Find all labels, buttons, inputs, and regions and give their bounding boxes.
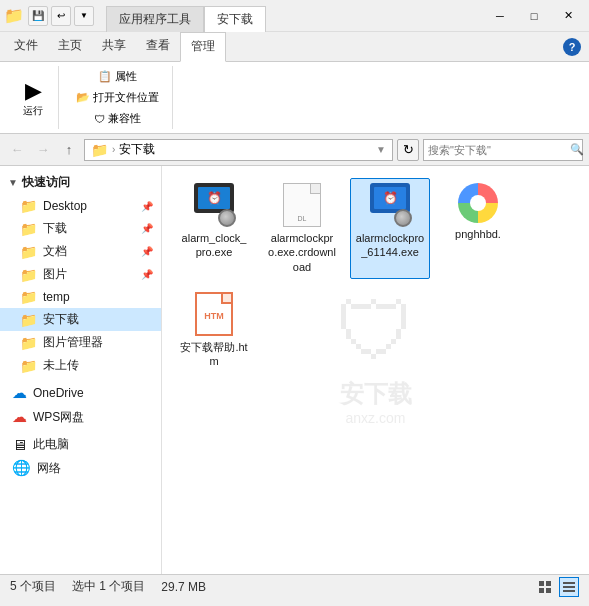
pc-label: 此电脑 [33, 436, 69, 453]
file-name-selected-exe: alarmclockpro_61144.exe [355, 231, 425, 260]
sidebar-item-docs[interactable]: 📁 文档 📌 [0, 240, 161, 263]
file-item-selected-exe[interactable]: ⏰ alarmclockpro_61144.exe [350, 178, 430, 279]
path-folder-icon: 📁 [91, 142, 108, 158]
tab-file[interactable]: 文件 [4, 32, 48, 61]
onedrive-icon: ☁ [12, 384, 27, 402]
status-bar: 5 个项目 选中 1 个项目 29.7 MB [0, 574, 589, 598]
onedrive-label: OneDrive [33, 386, 84, 400]
sidebar-label-pictures: 图片 [43, 266, 67, 283]
file-area[interactable]: 🛡 安下载 anxz.com ⏰ alarm_clock_pro.exe [162, 166, 589, 574]
folder-icon-pictures: 📁 [20, 267, 37, 283]
sidebar-item-wps[interactable]: ☁ WPS网盘 [0, 405, 161, 429]
refresh-button[interactable]: ↻ [397, 139, 419, 161]
ribbon-group-tools: 📋 属性 📂 打开文件位置 🛡 兼容性 [63, 66, 173, 129]
svg-rect-0 [539, 581, 544, 586]
search-box[interactable]: 🔍 [423, 139, 583, 161]
properties-button[interactable]: 📋 属性 [93, 66, 142, 87]
watermark-text: 安下载 [340, 378, 412, 410]
run-button[interactable]: ▶ 运行 [16, 73, 50, 123]
detail-view-icon [562, 580, 576, 594]
file-item-crdownload[interactable]: DL alarmclockpro.exe.crdownload [262, 178, 342, 279]
svg-rect-2 [539, 588, 544, 593]
selected-exe-icon: ⏰ [368, 183, 412, 227]
sidebar-item-thispc[interactable]: 🖥 此电脑 [0, 433, 161, 456]
file-name-alarm-exe: alarm_clock_pro.exe [179, 231, 249, 260]
help-icon[interactable]: ? [563, 38, 581, 56]
sidebar-item-desktop[interactable]: 📁 Desktop 📌 [0, 195, 161, 217]
sidebar-item-temp[interactable]: 📁 temp [0, 286, 161, 308]
path-dropdown-icon[interactable]: ▼ [376, 144, 386, 155]
minimize-button[interactable]: ─ [483, 0, 517, 32]
sidebar-item-downloads[interactable]: 📁 下载 📌 [0, 217, 161, 240]
properties-icon: 📋 [98, 70, 112, 83]
network-label: 网络 [37, 460, 61, 477]
svg-rect-4 [563, 582, 575, 584]
run-icon: ▶ [25, 78, 42, 104]
title-bar: 📁 💾 ↩ ▼ 应用程序工具 安下载 ─ □ ✕ [0, 0, 589, 32]
svg-rect-6 [563, 590, 575, 592]
network-icon: 🌐 [12, 459, 31, 477]
file-item-png[interactable]: pnghhbd. [438, 178, 518, 279]
files-grid: ⏰ alarm_clock_pro.exe DL alarmclockpro.e… [170, 174, 581, 377]
tab-home[interactable]: 主页 [48, 32, 92, 61]
tab-share[interactable]: 共享 [92, 32, 136, 61]
title-bar-left: 📁 💾 ↩ ▼ 应用程序工具 安下载 [4, 0, 483, 32]
quick-access-label: 快速访问 [22, 174, 70, 191]
sidebar-item-pictures[interactable]: 📁 图片 📌 [0, 263, 161, 286]
item-count: 5 个项目 [10, 578, 56, 595]
maximize-button[interactable]: □ [517, 0, 551, 32]
back-button[interactable]: ← [6, 139, 28, 161]
run-label: 运行 [23, 104, 43, 118]
sidebar-label-downloads: 下载 [43, 220, 67, 237]
open-location-button[interactable]: 📂 打开文件位置 [71, 87, 164, 108]
path-current: 安下载 [119, 141, 155, 158]
quick-access-header[interactable]: ▼ 快速访问 [0, 170, 161, 195]
watermark-subtext: anxz.com [346, 410, 406, 426]
up-button[interactable]: ↑ [58, 139, 80, 161]
address-path[interactable]: 📁 › 安下载 ▼ [84, 139, 393, 161]
path-separator: › [112, 144, 115, 155]
tab-manage[interactable]: 管理 [180, 32, 226, 62]
file-item-alarm-exe[interactable]: ⏰ alarm_clock_pro.exe [174, 178, 254, 279]
large-icon-view-btn[interactable] [535, 577, 555, 597]
svg-rect-1 [546, 581, 551, 586]
sidebar-item-network[interactable]: 🌐 网络 [0, 456, 161, 480]
window-controls: ─ □ ✕ [483, 0, 585, 32]
alarm-exe-icon: ⏰ [192, 183, 236, 227]
tab-app-tools[interactable]: 应用程序工具 [106, 6, 204, 32]
forward-button[interactable]: → [32, 139, 54, 161]
ribbon-tabs: 文件 主页 共享 查看 管理 ? [0, 32, 589, 62]
sidebar-label-temp: temp [43, 290, 70, 304]
svg-rect-3 [546, 588, 551, 593]
sidebar-item-imgmgr[interactable]: 📁 图片管理器 [0, 331, 161, 354]
quick-save-btn[interactable]: 💾 [28, 6, 48, 26]
search-icon: 🔍 [570, 143, 584, 156]
folder-icon-imgmgr: 📁 [20, 335, 37, 351]
pc-icon: 🖥 [12, 436, 27, 453]
file-name-png: pnghhbd. [455, 227, 501, 241]
address-bar: ← → ↑ 📁 › 安下载 ▼ ↻ 🔍 [0, 134, 589, 166]
sidebar-item-anxz[interactable]: 📁 安下载 [0, 308, 161, 331]
compat-icon: 🛡 [94, 113, 105, 125]
crdownload-icon: DL [283, 183, 321, 227]
quick-undo-btn[interactable]: ↩ [51, 6, 71, 26]
sidebar-item-onedrive[interactable]: ☁ OneDrive [0, 381, 161, 405]
sidebar-label-imgmgr: 图片管理器 [43, 334, 103, 351]
tab-download[interactable]: 安下载 [204, 6, 266, 32]
ribbon-content: ▶ 运行 📋 属性 📂 打开文件位置 🛡 兼容性 [0, 62, 589, 134]
sidebar-item-notup[interactable]: 📁 未上传 [0, 354, 161, 377]
folder-title-icon: 📁 [4, 6, 24, 25]
quick-access-arrow: ▼ [8, 177, 18, 188]
compatibility-button[interactable]: 🛡 兼容性 [89, 108, 146, 129]
ribbon-tab-area: 应用程序工具 安下载 [106, 0, 266, 32]
detail-view-btn[interactable] [559, 577, 579, 597]
tab-view[interactable]: 查看 [136, 32, 180, 61]
pin-icon-pictures: 📌 [141, 269, 153, 280]
sidebar-label-notup: 未上传 [43, 357, 79, 374]
file-item-htm[interactable]: HTM 安下载帮助.htm [174, 287, 254, 374]
folder-icon-anxz: 📁 [20, 312, 37, 328]
quick-dropdown-btn[interactable]: ▼ [74, 6, 94, 26]
search-input[interactable] [428, 144, 566, 156]
close-button[interactable]: ✕ [551, 0, 585, 32]
folder-icon-temp: 📁 [20, 289, 37, 305]
